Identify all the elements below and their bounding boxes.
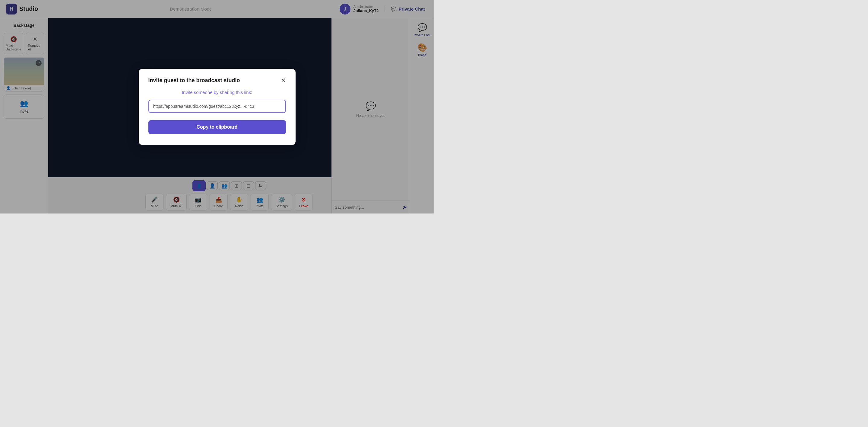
- modal-close-button[interactable]: ✕: [281, 77, 286, 83]
- modal-overlay[interactable]: Invite guest to the broadcast studio ✕ I…: [0, 0, 434, 214]
- modal-title: Invite guest to the broadcast studio: [148, 77, 240, 84]
- copy-to-clipboard-button[interactable]: Copy to clipboard: [148, 120, 286, 134]
- modal-header: Invite guest to the broadcast studio ✕: [148, 77, 286, 84]
- invite-link-input[interactable]: [148, 99, 286, 113]
- modal-subtitle: Invite someone by sharing this link:: [148, 90, 286, 95]
- invite-modal: Invite guest to the broadcast studio ✕ I…: [139, 69, 296, 145]
